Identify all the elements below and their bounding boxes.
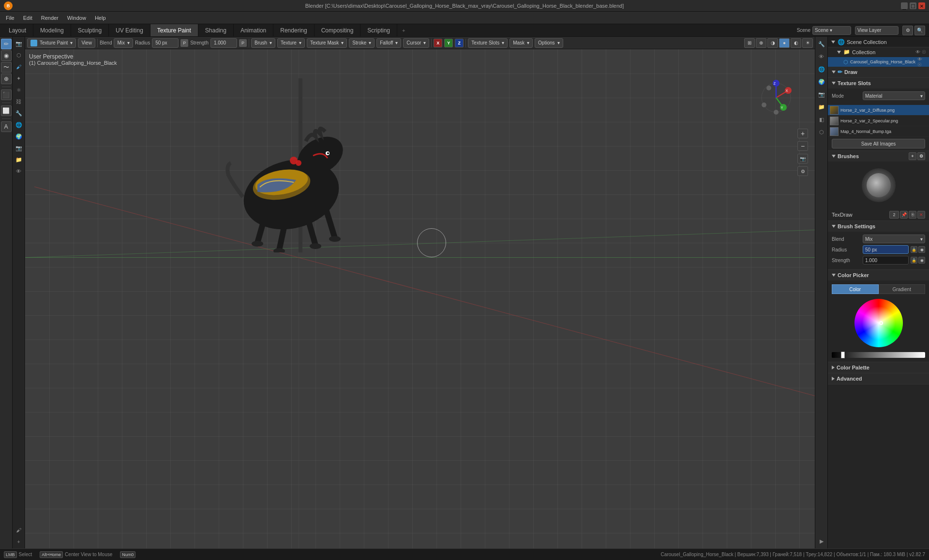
menu-window[interactable]: Window [63, 14, 90, 22]
tool-smear[interactable]: 〜 [1, 62, 12, 73]
tool-soften[interactable]: ◉ [1, 50, 12, 61]
strength-setting-value[interactable]: 1.000 [863, 256, 909, 265]
scene-icon-camera[interactable]: 📷 [14, 39, 24, 48]
topbar-icon-1[interactable]: ⚙ [902, 26, 913, 35]
color-picker-header[interactable]: Color Picker [828, 270, 929, 280]
radius-setting-value[interactable]: 50 px [863, 245, 909, 254]
object-row[interactable]: ⬡ Carousel_Galloping_Horse_Black 👁 ☉ [828, 57, 929, 67]
color-tab-gradient[interactable]: Gradient [879, 284, 926, 294]
scene-collection-header[interactable]: 🌐 Scene Collection [828, 37, 929, 47]
color-tab-color[interactable]: Color [832, 284, 879, 294]
rpanel-icon-view[interactable]: 👁 [816, 51, 827, 62]
rpanel-icon-render[interactable]: 📷 [816, 89, 827, 100]
tool-mask[interactable]: ⬜ [1, 105, 12, 116]
viewlayer-selector[interactable]: View Layer [855, 26, 899, 35]
strength-anim-btn[interactable]: ◉ [918, 257, 925, 264]
camera-btn[interactable]: 📷 [797, 154, 808, 163]
navigation-gizmo[interactable]: X Y Z [757, 78, 795, 117]
viewport-overlay-btn[interactable]: ⊕ [756, 38, 766, 48]
color-bar[interactable] [832, 352, 925, 358]
rpanel-icon-compositing[interactable]: ⬡ [816, 127, 827, 137]
rpanel-icon-viewlayer[interactable]: ◧ [816, 114, 827, 125]
brush-menu[interactable]: Brush ▾ [251, 38, 275, 48]
viewport-solid-btn[interactable]: ● [779, 38, 790, 48]
color-palette-header[interactable]: Color Palette [828, 362, 929, 373]
tools-btn[interactable]: ⚙ [797, 166, 808, 176]
maximize-button[interactable]: □ [910, 2, 916, 9]
texdraw-pin-btn[interactable]: 📌 [900, 211, 908, 219]
draw-section-header[interactable]: ✏ Draw [828, 67, 929, 77]
texdraw-copy-btn[interactable]: ⎘ [909, 211, 916, 219]
brush-add-btn[interactable]: + [909, 152, 916, 160]
tool-fill[interactable]: ⬛ [1, 89, 12, 100]
add-workspace-button[interactable]: + [397, 24, 410, 36]
texdraw-number[interactable]: 2 [889, 211, 899, 219]
color-wheel[interactable] [854, 299, 903, 347]
scene-icon-render[interactable]: 📷 [14, 143, 24, 153]
minimize-button[interactable]: _ [901, 2, 908, 9]
radius-pressure-btn[interactable]: P [180, 39, 188, 47]
radius-input[interactable]: 50 px [152, 38, 179, 48]
scene-icon-add[interactable]: + [14, 537, 24, 546]
scene-icon-physics[interactable]: ⚛ [14, 85, 24, 95]
rpanel-icon-output[interactable]: 📁 [816, 102, 827, 112]
texture-slot-0[interactable]: Horse_2_var_2_Diffuse.png [828, 105, 929, 116]
texture-slots-btn[interactable]: Texture Slots ▾ [468, 38, 508, 48]
viewport-material-btn[interactable]: ◐ [791, 38, 801, 48]
tool-annotate[interactable]: A [1, 121, 12, 132]
scene-icon-constraints[interactable]: ⛓ [14, 97, 24, 106]
collection-row[interactable]: 📁 Collection 👁 ☉ [828, 47, 929, 57]
viewport-xray-btn[interactable]: ◑ [767, 38, 778, 48]
menu-edit[interactable]: Edit [19, 14, 36, 22]
viewport[interactable]: User Perspective (1) Carousel_Galloping_… [25, 49, 815, 548]
scene-icon-brush[interactable]: 🖌 [14, 525, 24, 535]
scene-icon-view[interactable]: 👁 [14, 166, 24, 176]
tab-sculpting[interactable]: Sculpting [71, 24, 109, 36]
zoom-out-btn[interactable]: − [797, 141, 808, 151]
texture-mask-menu[interactable]: Texture Mask ▾ [307, 38, 347, 48]
viewport-gizmos-btn[interactable]: ⊞ [744, 38, 755, 48]
cursor-menu[interactable]: Cursor ▾ [403, 38, 429, 48]
tab-shading[interactable]: Shading [198, 24, 234, 36]
strength-lock-btn[interactable]: 🔒 [911, 257, 917, 264]
menu-render[interactable]: Render [37, 14, 62, 22]
rpanel-icon-scene[interactable]: 🌐 [816, 64, 827, 74]
mode-selector[interactable]: Texture Paint ▾ [27, 38, 76, 48]
scene-icon-world[interactable]: 🌍 [14, 132, 24, 141]
menu-help[interactable]: Help [91, 14, 110, 22]
scene-icon-material[interactable]: 🖌 [14, 62, 24, 72]
rpanel-icon-collapse[interactable]: ▶ [816, 536, 827, 546]
tab-modeling[interactable]: Modeling [33, 24, 71, 36]
view-menu[interactable]: View [78, 38, 95, 48]
brush-settings-btn[interactable]: ⚙ [917, 152, 925, 160]
save-all-images-button[interactable]: Save All Images [832, 139, 925, 148]
advanced-header[interactable]: Advanced [828, 373, 929, 384]
tab-compositing[interactable]: Compositing [315, 24, 361, 36]
brushes-header[interactable]: Brushes + ⚙ [828, 151, 929, 162]
tool-draw[interactable]: ✏ [1, 39, 12, 49]
texdraw-delete-btn[interactable]: ✕ [917, 211, 925, 219]
zoom-in-btn[interactable]: + [797, 129, 808, 138]
texture-slots-header[interactable]: Texture Slots [828, 78, 929, 88]
texture-menu[interactable]: Texture ▾ [277, 38, 305, 48]
texture-slot-1[interactable]: Horse_2_var_2_Specular.png [828, 116, 929, 126]
strength-pressure-btn[interactable]: P [239, 39, 247, 47]
strength-input[interactable]: 1.000 [210, 38, 237, 48]
radius-anim-btn[interactable]: ◉ [918, 246, 925, 253]
tab-animation[interactable]: Animation [234, 24, 273, 36]
x-constraint[interactable]: X [434, 39, 442, 47]
scene-icon-output[interactable]: 📁 [14, 155, 24, 164]
blend-selector[interactable]: Mix ▾ [114, 38, 133, 48]
scene-icon-object[interactable]: ⬡ [14, 50, 24, 60]
tab-scripting[interactable]: Scripting [360, 24, 397, 36]
menu-file[interactable]: File [2, 14, 18, 22]
radius-lock-btn[interactable]: 🔒 [911, 246, 917, 253]
mask-btn[interactable]: Mask ▾ [509, 38, 533, 48]
scene-icon-modifiers[interactable]: 🔧 [14, 108, 24, 118]
options-btn[interactable]: Options ▾ [535, 38, 563, 48]
tab-rendering[interactable]: Rendering [273, 24, 314, 36]
scene-selector[interactable]: Scene ▾ [812, 26, 851, 35]
mode-dropdown[interactable]: Material ▾ [863, 91, 925, 100]
z-constraint[interactable]: Z [455, 39, 464, 47]
blend-setting-dropdown[interactable]: Mix ▾ [863, 235, 925, 243]
